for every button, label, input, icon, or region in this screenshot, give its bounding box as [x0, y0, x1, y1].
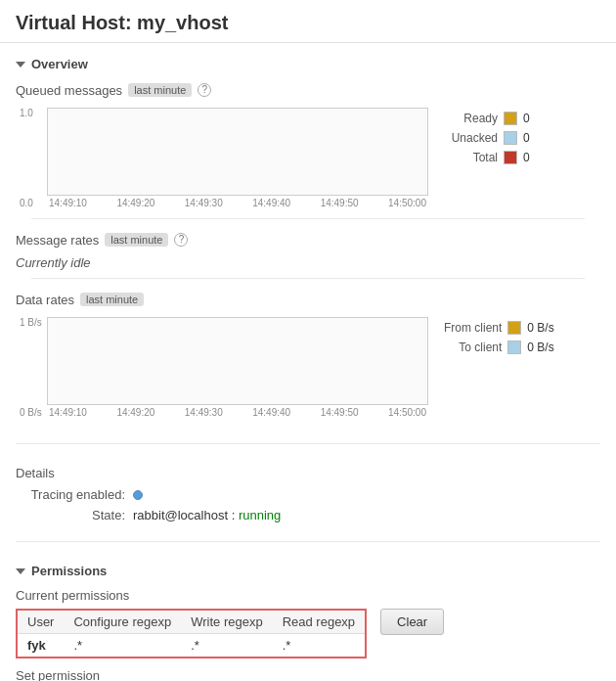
legend-total-color [504, 151, 517, 164]
permissions-row: User Configure regexp Write regexp Read … [16, 609, 600, 662]
queued-messages-x-labels: 14:49:10 14:49:20 14:49:30 14:49:40 14:4… [47, 198, 428, 208]
overview-section: Overview Queued messages last minute ? 1… [0, 43, 616, 435]
overview-toggle[interactable]: Overview [16, 51, 600, 77]
legend-unacked-color [504, 131, 517, 145]
col-write: Write regexp [181, 611, 272, 634]
set-permission-label: Set permission [16, 668, 600, 681]
queued-messages-help-icon[interactable]: ? [198, 83, 211, 97]
current-permissions-label: Current permissions [16, 588, 600, 603]
page-header: Virtual Host: my_vhost [0, 0, 616, 43]
overview-chevron-icon [16, 62, 25, 68]
divider-1 [31, 218, 585, 219]
message-rates-block: Message rates last minute ? Currently id… [16, 227, 600, 270]
table-row: fyk .* .* .* [18, 634, 365, 658]
details-label: Details [16, 466, 600, 480]
cell-write: .* [181, 634, 272, 658]
data-rates-chart-wrapper: 1 B/s 0 B/s 14:49:10 14:49:20 14:49:30 1… [47, 317, 428, 418]
legend-total: Total 0 [444, 151, 543, 164]
legend-from-client: From client 0 B/s [444, 321, 554, 335]
message-rates-badge: last minute [105, 233, 168, 247]
tracing-row: Tracing enabled: [16, 484, 600, 505]
queued-messages-chart-area: 1.0 0.0 14:49:10 14:49:20 14:49:30 14:49… [16, 108, 600, 208]
data-rates-legend: From client 0 B/s To client 0 B/s [444, 317, 554, 354]
legend-from-client-color [507, 321, 521, 335]
col-read: Read regexp [273, 611, 365, 634]
tracing-dot-icon [133, 490, 143, 500]
legend-ready-color [504, 112, 517, 125]
clear-button[interactable]: Clear [380, 609, 444, 635]
message-rates-label: Message rates [16, 233, 99, 248]
state-row: State: rabbit@localhost : running [16, 505, 600, 525]
tracing-key: Tracing enabled: [16, 487, 133, 502]
message-rates-help-icon[interactable]: ? [174, 233, 188, 247]
cell-user: fyk [18, 634, 64, 658]
permissions-table-wrapper: User Configure regexp Write regexp Read … [16, 609, 367, 658]
data-rates-chart-area: 1 B/s 0 B/s 14:49:10 14:49:20 14:49:30 1… [16, 317, 600, 418]
data-rates-y-labels: 1 B/s 0 B/s [20, 317, 42, 418]
state-key: State: [16, 508, 133, 522]
queued-messages-chart-wrapper: 1.0 0.0 14:49:10 14:49:20 14:49:30 14:49… [47, 108, 428, 208]
permissions-chevron-icon [16, 568, 25, 574]
permissions-table: User Configure regexp Write regexp Read … [18, 611, 365, 657]
divider-2 [31, 278, 585, 279]
permissions-toggle[interactable]: Permissions [16, 558, 600, 584]
divider-3 [16, 443, 600, 444]
queued-messages-y-labels: 1.0 0.0 [20, 108, 33, 208]
col-configure: Configure regexp [64, 611, 181, 634]
data-rates-block: Data rates last minute 1 B/s 0 B/s 14:49… [16, 287, 600, 418]
legend-ready: Ready 0 [444, 112, 543, 125]
legend-to-client: To client 0 B/s [444, 340, 554, 354]
divider-4 [16, 541, 600, 542]
overview-label: Overview [31, 57, 88, 71]
cell-read: .* [273, 634, 365, 658]
permissions-section: Permissions Current permissions User Con… [0, 550, 616, 681]
details-section: Details Tracing enabled: State: rabbit@l… [0, 452, 616, 533]
cell-configure: .* [64, 634, 181, 658]
data-rates-chart [47, 317, 428, 405]
idle-text: Currently idle [16, 255, 600, 270]
data-rates-label: Data rates [16, 293, 74, 307]
queued-messages-legend: Ready 0 Unacked 0 Total 0 [444, 108, 543, 164]
queued-messages-chart [47, 108, 428, 196]
col-user: User [18, 611, 64, 634]
state-value: rabbit@localhost : running [133, 508, 281, 522]
legend-to-client-color [507, 340, 521, 354]
legend-unacked: Unacked 0 [444, 131, 543, 145]
queued-messages-block: Queued messages last minute ? 1.0 0.0 14… [16, 77, 600, 208]
queued-messages-label: Queued messages [16, 83, 122, 98]
page-title: Virtual Host: my_vhost [16, 12, 600, 34]
data-rates-badge: last minute [80, 293, 144, 306]
data-rates-x-labels: 14:49:10 14:49:20 14:49:30 14:49:40 14:4… [47, 407, 428, 418]
queued-messages-badge: last minute [128, 83, 192, 97]
permissions-label: Permissions [31, 564, 107, 578]
